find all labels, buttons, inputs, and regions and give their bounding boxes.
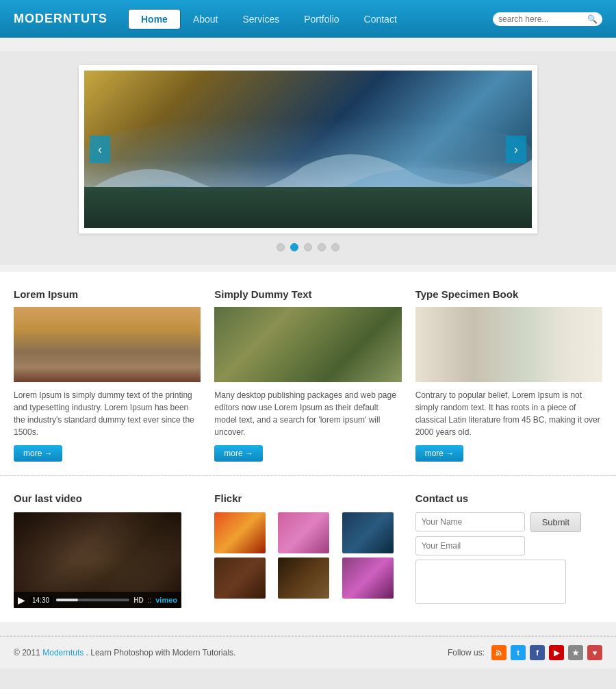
hd-badge: HD [133, 597, 143, 604]
slider-next-button[interactable]: › [506, 136, 526, 163]
logo: MODERNTUTS [14, 12, 107, 26]
slider-prev-button[interactable]: ‹ [90, 136, 110, 163]
dot-3[interactable] [304, 243, 312, 251]
card-1-text: Lorem Ipsum is simply dummy text of the … [14, 389, 201, 438]
contact-section: Contact us Submit [415, 492, 602, 608]
contact-message-textarea[interactable] [415, 560, 566, 604]
social-icons: Follow us: t f ▶ ★ ♥ [448, 645, 602, 660]
video-time: 14:30 [29, 596, 52, 605]
dot-4[interactable] [318, 243, 326, 251]
card-2-text: Many desktop publishing packages and web… [214, 389, 401, 438]
nav-services[interactable]: Services [231, 10, 292, 29]
main-content: ‹ › Lorem Ipsum Lorem Ipsum is simply du… [0, 38, 616, 636]
video-thumbnail[interactable]: ▶ 14:30 HD :: vimeo [14, 512, 181, 608]
dot-1[interactable] [277, 243, 285, 251]
nav-contact[interactable]: Contact [352, 10, 409, 29]
twitter-icon[interactable]: t [511, 645, 526, 660]
video-controls: ▶ 14:30 HD :: vimeo [14, 592, 181, 608]
footer-left: © 2011 Moderntuts . Learn Photoshop with… [14, 648, 235, 657]
card-1-image [14, 307, 201, 382]
footer-suffix: . Learn Photoshop with Modern Tutorials. [86, 648, 236, 657]
card-2-image [214, 307, 401, 382]
footer-copy: © 2011 [14, 648, 40, 657]
bottom-section: Our last video ▶ 14:30 HD :: vimeo Flick… [0, 476, 616, 622]
flickr-grid [214, 512, 401, 599]
card-3-title: Type Specimen Book [415, 288, 602, 300]
slider: ‹ › [79, 65, 537, 234]
nav-portfolio[interactable]: Portfolio [292, 10, 351, 29]
dot-2[interactable] [290, 243, 298, 251]
flickr-thumb-3[interactable] [342, 512, 394, 553]
flickr-thumb-6[interactable] [342, 558, 394, 599]
submit-button[interactable]: Submit [530, 512, 581, 532]
flickr-section: Flickr [214, 492, 401, 608]
contact-email-input[interactable] [415, 536, 525, 555]
card-3-image [415, 307, 602, 382]
nav-about[interactable]: About [181, 10, 231, 29]
card-2-title: Simply Dummy Text [214, 288, 401, 300]
cards-section: Lorem Ipsum Lorem Ipsum is simply dummy … [0, 272, 616, 475]
card-1-title: Lorem Ipsum [14, 288, 201, 300]
card-1-more-button[interactable]: more → [14, 445, 62, 462]
video-title: Our last video [14, 492, 201, 504]
facebook-icon[interactable]: f [530, 645, 545, 660]
card-2: Simply Dummy Text Many desktop publishin… [214, 288, 401, 462]
flickr-thumb-4[interactable] [214, 558, 266, 599]
footer-link[interactable]: Moderntuts [42, 648, 84, 657]
youtube-icon[interactable]: ▶ [549, 645, 564, 660]
wave-overlay [84, 139, 532, 208]
heart-icon[interactable]: ♥ [587, 645, 602, 660]
search-input[interactable] [498, 14, 587, 24]
flickr-thumb-2[interactable] [278, 512, 329, 553]
search-icon: 🔍 [587, 14, 598, 24]
play-icon[interactable]: ▶ [18, 594, 25, 605]
footer: © 2011 Moderntuts . Learn Photoshop with… [0, 636, 616, 668]
dot-5[interactable] [331, 243, 339, 251]
slider-image: ‹ › [84, 71, 532, 228]
separator: :: [148, 597, 152, 604]
slider-dots [277, 243, 339, 258]
card-3: Type Specimen Book Contrary to popular b… [415, 288, 602, 462]
header: MODERNTUTS Home About Services Portfolio… [0, 0, 616, 38]
card-3-text: Contrary to popular belief, Lorem Ipsum … [415, 389, 602, 438]
contact-form: Submit [415, 512, 602, 604]
flickr-title: Flickr [214, 492, 401, 504]
vimeo-logo: vimeo [155, 596, 177, 604]
follow-label: Follow us: [448, 648, 485, 657]
card-3-more-button[interactable]: more → [415, 445, 464, 462]
contact-name-row: Submit [415, 512, 602, 532]
nav-home[interactable]: Home [128, 9, 181, 29]
star-icon[interactable]: ★ [568, 645, 583, 660]
svg-point-0 [496, 654, 498, 656]
flickr-thumb-1[interactable] [214, 512, 266, 553]
card-2-more-button[interactable]: more → [214, 445, 263, 462]
progress-bar[interactable] [56, 599, 129, 601]
search-wrap: 🔍 [493, 12, 602, 26]
card-1: Lorem Ipsum Lorem Ipsum is simply dummy … [14, 288, 201, 462]
contact-name-input[interactable] [415, 512, 525, 531]
contact-title: Contact us [415, 492, 602, 504]
flickr-thumb-5[interactable] [278, 558, 329, 599]
progress-fill [56, 599, 78, 601]
main-nav: Home About Services Portfolio Contact [128, 9, 493, 29]
video-section: Our last video ▶ 14:30 HD :: vimeo [14, 492, 201, 608]
rss-icon[interactable] [491, 645, 506, 660]
